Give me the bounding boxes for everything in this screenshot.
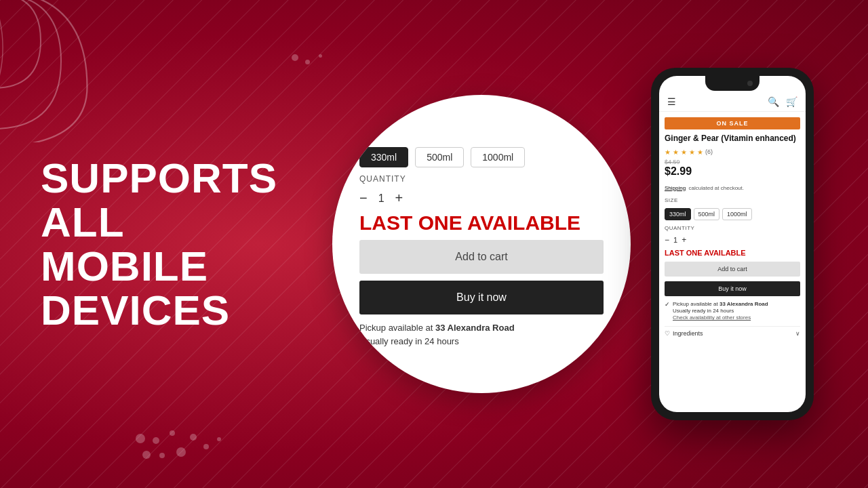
zoom-quantity-label: QUANTITY [359,174,604,184]
accordion-label: ♡ Ingredients [665,330,703,337]
phone-frame: ☰ 🔍 🛒 ON SALE Ginger & Pear (Vitamin enh… [651,68,814,420]
main-headline: SUPPORTS ALL MOBILE DEVICES [41,156,346,332]
shipping-link[interactable]: Shipping [665,185,686,191]
size-label: SIZE [665,197,800,203]
zoom-quantity-row: − 1 + [359,190,604,206]
add-to-cart-button[interactable]: Add to cart [665,262,800,277]
phone-screen: ☰ 🔍 🛒 ON SALE Ginger & Pear (Vitamin enh… [659,76,806,412]
zoom-content: 330ml 500ml 1000ml QUANTITY − 1 + LAST O… [332,134,631,361]
size-btn-330ml[interactable]: 330ml [665,208,691,220]
price-row: $4.59 $2.99 [665,159,800,178]
last-one-label: LAST ONE AVAILABLE [665,249,800,257]
zoom-qty-minus-btn[interactable]: − [359,190,368,206]
quantity-row: − 1 + [665,235,800,245]
phone-product-content: ON SALE Ginger & Pear (Vitamin enhanced)… [659,112,806,412]
qty-minus-btn[interactable]: − [665,235,669,245]
hamburger-icon[interactable]: ☰ [667,96,676,107]
product-title: Ginger & Pear (Vitamin enhanced) [665,134,800,144]
star-1: ★ [665,148,671,156]
shipping-info: Shipping calculated at checkout. [665,180,800,192]
headline-line3: DEVICES [41,288,346,332]
size-btn-500ml[interactable]: 500ml [694,208,720,220]
zoom-qty-plus-btn[interactable]: + [395,190,403,206]
old-price: $4.59 [665,159,800,165]
pickup-available-text: Pickup available at 33 Alexandra Road [673,301,768,308]
search-icon[interactable]: 🔍 [768,96,779,107]
size-options: 330ml 500ml 1000ml [665,208,800,220]
star-half: ★ [697,148,703,156]
heart-icon: ♡ [665,330,670,337]
cart-icon[interactable]: 🛒 [786,96,797,107]
on-sale-badge: ON SALE [665,117,800,129]
headline-line1: SUPPORTS ALL [41,156,346,244]
zoom-size-500ml[interactable]: 500ml [415,147,464,167]
pickup-checkmark: ✓ [665,301,670,308]
qty-value: 1 [673,236,677,244]
zoom-size-330ml[interactable]: 330ml [359,147,408,167]
zoom-last-one-label: LAST ONE AVAILABLE [359,213,604,233]
arc-decoration [0,0,142,145]
size-btn-1000ml[interactable]: 1000ml [722,208,752,220]
review-count: (6) [705,148,713,155]
star-2: ★ [673,148,679,156]
zoom-circle: 330ml 500ml 1000ml QUANTITY − 1 + LAST O… [332,95,631,393]
zoom-pickup-available: Pickup available at [359,323,433,333]
zoom-buy-it-now-button[interactable]: Buy it now [359,281,604,314]
stars-row: ★ ★ ★ ★ ★ (6) [665,148,800,156]
new-price: $2.99 [665,165,800,178]
accordion-label-text: Ingredients [673,330,703,337]
zoom-add-to-cart-button[interactable]: Add to cart [359,240,604,274]
zoom-pickup-location: 33 Alexandra Road [435,323,515,333]
phone-notch [705,76,760,91]
zoom-pickup-info: Pickup available at 33 Alexandra Road Us… [359,321,604,348]
pickup-ready-text: Usually ready in 24 hours [673,308,768,314]
star-4: ★ [689,148,695,156]
ingredients-accordion[interactable]: ♡ Ingredients ∨ [665,326,800,337]
zoom-qty-value: 1 [378,192,384,205]
shipping-suffix: calculated at checkout. [689,185,744,191]
star-3: ★ [681,148,687,156]
check-availability-link[interactable]: Check availability at other stores [673,314,768,321]
zoom-pickup-ready: Usually ready in 24 hours [359,336,459,346]
zoom-size-1000ml[interactable]: 1000ml [471,147,525,167]
chevron-down-icon: ∨ [795,330,800,337]
qty-plus-btn[interactable]: + [682,235,686,245]
headline-line2: MOBILE [41,244,346,288]
pickup-info: ✓ Pickup available at 33 Alexandra Road … [665,301,800,321]
phone-mockup: ☰ 🔍 🛒 ON SALE Ginger & Pear (Vitamin enh… [651,68,814,420]
quantity-label: QUANTITY [665,225,800,231]
buy-it-now-button[interactable]: Buy it now [665,281,800,296]
pickup-details: Pickup available at 33 Alexandra Road Us… [673,301,768,321]
zoom-size-options: 330ml 500ml 1000ml [359,147,604,167]
